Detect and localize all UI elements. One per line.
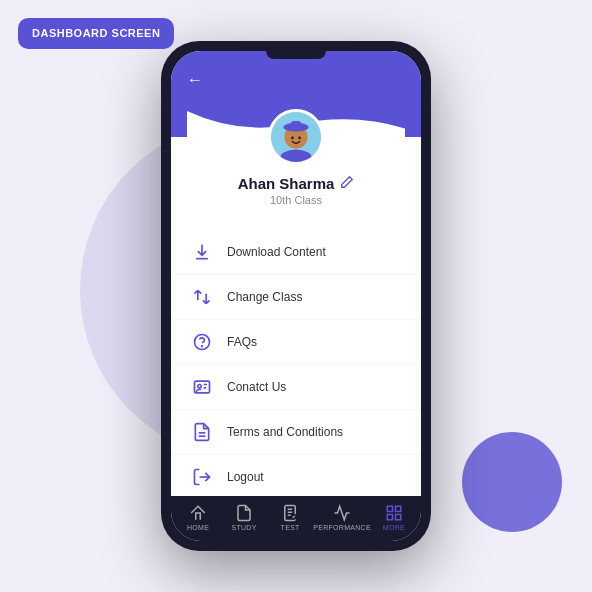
avatar-illustration	[271, 109, 321, 165]
phone-screen: ←	[171, 51, 421, 541]
nav-home[interactable]: HOME	[175, 504, 221, 531]
profile-name: Ahan Sharma	[187, 175, 405, 192]
svg-rect-16	[387, 506, 392, 511]
document-icon	[191, 421, 213, 443]
nav-home-label: HOME	[187, 524, 209, 531]
nav-test-label: TEST	[281, 524, 300, 531]
nav-test[interactable]: TEST	[267, 504, 313, 531]
svg-rect-19	[395, 515, 400, 520]
nav-study-label: STUDY	[231, 524, 256, 531]
nav-performance[interactable]: PERFORMANCE	[313, 504, 371, 531]
performance-icon	[333, 504, 351, 522]
dashboard-label: DASHBOARD SCREEN	[18, 18, 174, 49]
svg-point-8	[202, 346, 203, 347]
profile-header: ←	[171, 51, 421, 137]
nav-more-label: MORE	[383, 524, 405, 531]
phone-notch	[266, 51, 326, 59]
test-icon	[281, 504, 299, 522]
edit-profile-button[interactable]	[340, 175, 354, 192]
bottom-navigation: HOME STUDY	[171, 496, 421, 541]
phone-mockup: ←	[161, 41, 431, 551]
avatar	[268, 109, 324, 165]
menu-item-faqs[interactable]: FAQs	[171, 320, 421, 365]
more-icon	[385, 504, 403, 522]
back-button[interactable]: ←	[187, 71, 203, 89]
svg-point-5	[291, 137, 294, 140]
study-icon	[235, 504, 253, 522]
menu-label-terms: Terms and Conditions	[227, 425, 343, 439]
nav-performance-label: PERFORMANCE	[313, 524, 371, 531]
contact-card-icon	[191, 376, 213, 398]
menu-item-download[interactable]: Download Content	[171, 230, 421, 275]
menu-item-terms[interactable]: Terms and Conditions	[171, 410, 421, 455]
menu-item-logout[interactable]: Logout	[171, 455, 421, 496]
logout-icon	[191, 466, 213, 488]
menu-list: Download Content Change Class	[171, 222, 421, 496]
svg-rect-4	[291, 121, 302, 128]
svg-rect-18	[387, 515, 392, 520]
profile-class: 10th Class	[187, 194, 405, 206]
svg-point-10	[198, 385, 201, 388]
bg-decoration-circle-small	[462, 432, 562, 532]
download-icon	[191, 241, 213, 263]
menu-item-contact[interactable]: Conatct Us	[171, 365, 421, 410]
menu-label-logout: Logout	[227, 470, 264, 484]
menu-label-download: Download Content	[227, 245, 326, 259]
nav-more[interactable]: MORE	[371, 504, 417, 531]
switch-icon	[191, 286, 213, 308]
menu-item-change-class[interactable]: Change Class	[171, 275, 421, 320]
menu-label-contact: Conatct Us	[227, 380, 286, 394]
wave-decoration	[187, 107, 405, 137]
menu-label-change-class: Change Class	[227, 290, 302, 304]
home-icon	[189, 504, 207, 522]
svg-rect-17	[395, 506, 400, 511]
nav-study[interactable]: STUDY	[221, 504, 267, 531]
help-circle-icon	[191, 331, 213, 353]
menu-label-faqs: FAQs	[227, 335, 257, 349]
svg-point-6	[298, 137, 301, 140]
